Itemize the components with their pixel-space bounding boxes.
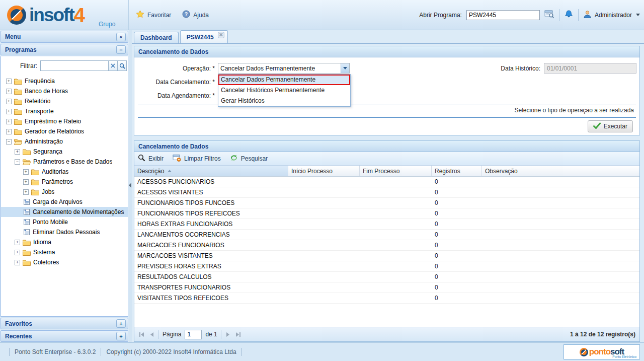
pesquisar-button[interactable]: Pesquisar	[230, 154, 268, 163]
divider	[9, 348, 10, 356]
expand-icon[interactable]: +	[15, 240, 20, 245]
expand-icon[interactable]: +	[23, 169, 29, 175]
tree-item[interactable]: Ponto Mobile	[1, 217, 128, 227]
tree-item[interactable]: +Gerador de Relatórios	[1, 126, 128, 136]
table-cell: 0	[432, 187, 482, 197]
combobox-dropdown-icon[interactable]	[341, 63, 349, 73]
dropdown-option[interactable]: Gerar Históricos	[218, 96, 350, 106]
open-program-input[interactable]	[466, 10, 540, 20]
expand-icon[interactable]: +	[6, 109, 12, 114]
expand-icon[interactable]: +	[23, 179, 29, 185]
expand-icon[interactable]: +	[23, 189, 29, 195]
table-cell: 0	[432, 177, 482, 187]
tree-item[interactable]: +Refeitório	[1, 96, 128, 106]
table-row[interactable]: FUNCIONARIOS TIPOS REFEICOES0	[134, 208, 639, 219]
expand-icon[interactable]: +	[6, 79, 12, 84]
table-cell	[288, 251, 360, 261]
table-cell	[482, 251, 639, 261]
table-row[interactable]: MARCACOES VISITANTES0	[134, 251, 639, 261]
collapse-sidebar-button[interactable]: «	[116, 33, 126, 41]
table-cell	[482, 240, 639, 250]
expand-icon[interactable]: +	[15, 260, 20, 265]
last-page-icon[interactable]	[234, 331, 242, 338]
expand-section-icon[interactable]: +	[116, 332, 126, 340]
collapse-section-icon[interactable]: −	[116, 45, 126, 54]
table-row[interactable]: ACESSOS VISITANTES0	[134, 187, 639, 198]
table-cell	[482, 272, 639, 282]
program-search-icon[interactable]	[544, 10, 554, 20]
table-row[interactable]: ACESSOS FUNCIONARIOS0	[134, 177, 639, 187]
close-tab-icon[interactable]: ✕	[218, 32, 224, 38]
table-row[interactable]: FUNCIONARIOS TIPOS FUNCOES0	[134, 198, 639, 208]
filter-input[interactable]	[40, 60, 109, 71]
search-icon[interactable]	[118, 60, 127, 71]
tree-item[interactable]: +Sistema	[1, 247, 128, 257]
table-row[interactable]: LANCAMENTOS OCORRENCIAS0	[134, 230, 639, 240]
collapse-icon[interactable]: −	[15, 159, 20, 165]
tree-item[interactable]: +Auditorias	[1, 167, 128, 177]
tree-item[interactable]: −Administração	[1, 136, 128, 147]
page-number-input[interactable]	[185, 330, 202, 339]
expand-icon[interactable]: +	[15, 250, 20, 255]
limpar-filtros-button[interactable]: Limpar Filtros	[173, 154, 221, 163]
table-row[interactable]: HORAS EXTRAS FUNCIONARIOS0	[134, 219, 639, 230]
table-row[interactable]: RESULTADOS CALCULOS0	[134, 272, 639, 282]
accordion-programas[interactable]: Programas −	[1, 44, 128, 55]
help-button[interactable]: ? Ajuda	[182, 10, 209, 20]
tab-psw2445[interactable]: PSW2445 ✕	[180, 30, 228, 43]
tab-dashboard[interactable]: Dashboard	[134, 32, 179, 43]
table-row[interactable]: PREVISOES HORAS EXTRAS0	[134, 261, 639, 272]
tree-item[interactable]: +Transporte	[1, 106, 128, 116]
table-row[interactable]: TRANSPORTES FUNCIONARIOS0	[134, 282, 639, 293]
favorite-button[interactable]: Favoritar	[136, 10, 171, 20]
tree-item[interactable]: +Idioma	[1, 237, 128, 247]
table-cell: 0	[432, 208, 482, 219]
tree-item[interactable]: +Banco de Horas	[1, 86, 128, 96]
expand-icon[interactable]: +	[6, 119, 12, 124]
tree-item[interactable]: Cancelamento de Movimentações	[1, 207, 128, 217]
collapse-icon[interactable]: −	[6, 139, 12, 145]
prev-page-icon[interactable]	[149, 331, 155, 338]
table-cell	[360, 198, 432, 208]
tree-item[interactable]: +Parâmetros	[1, 177, 128, 187]
divider	[101, 348, 101, 356]
tree-item[interactable]: +Segurança	[1, 147, 128, 157]
first-page-icon[interactable]	[138, 331, 145, 338]
expand-icon[interactable]: +	[6, 129, 12, 134]
expand-icon[interactable]: +	[6, 89, 12, 94]
dropdown-option-highlighted[interactable]: Cancelar Dados Permanentemente	[218, 75, 350, 85]
tree-item[interactable]: Eliminar Dados Pessoais	[1, 227, 128, 237]
tree-item[interactable]: −Parâmetros e Base de Dados	[1, 157, 128, 167]
next-page-icon[interactable]	[225, 331, 231, 338]
collapse-arrow-icon[interactable]	[129, 183, 131, 188]
table-cell	[288, 293, 360, 303]
table-row[interactable]: VISITANTES TIPOS REFEICOES0	[134, 293, 639, 304]
clear-filter-icon[interactable]	[109, 60, 118, 71]
operacao-combobox[interactable]: Cancelar Dados Permanentemente	[218, 63, 350, 74]
user-menu[interactable]: Administrador	[583, 10, 640, 20]
column-header-registros[interactable]: Registros	[432, 166, 482, 176]
tree-item-label: Refeitório	[25, 98, 50, 105]
table-row[interactable]: MARCACOES FUNCIONARIOS0	[134, 240, 639, 251]
executar-button[interactable]: Executar	[588, 120, 633, 132]
dropdown-option[interactable]: Cancelar Históricos Permanentemente	[218, 85, 350, 96]
table-cell: 0	[432, 230, 482, 240]
tree-item[interactable]: +Empréstimo e Rateio	[1, 116, 128, 126]
column-header-observacao[interactable]: Observação	[482, 166, 639, 176]
column-header-fim[interactable]: Fim Processo	[360, 166, 432, 176]
filter-label: Filtrar:	[1, 62, 40, 69]
accordion-favoritos[interactable]: Favoritos +	[1, 318, 128, 329]
notifications-bell-icon[interactable]	[564, 10, 574, 21]
tree-item-label: Jobs	[42, 188, 54, 195]
column-header-descricao[interactable]: Descrição	[134, 166, 288, 176]
tree-item[interactable]: +Jobs	[1, 187, 128, 197]
tree-item[interactable]: +Frequência	[1, 76, 128, 86]
expand-icon[interactable]: +	[6, 99, 12, 104]
tree-item[interactable]: Carga de Arquivos	[1, 197, 128, 207]
exibir-button[interactable]: Exibir	[138, 154, 164, 163]
expand-icon[interactable]: +	[15, 149, 20, 155]
accordion-recentes[interactable]: Recentes +	[1, 330, 128, 342]
expand-section-icon[interactable]: +	[116, 319, 126, 328]
column-header-inicio[interactable]: Início Processo	[288, 166, 360, 176]
tree-item[interactable]: +Coletores	[1, 257, 128, 267]
